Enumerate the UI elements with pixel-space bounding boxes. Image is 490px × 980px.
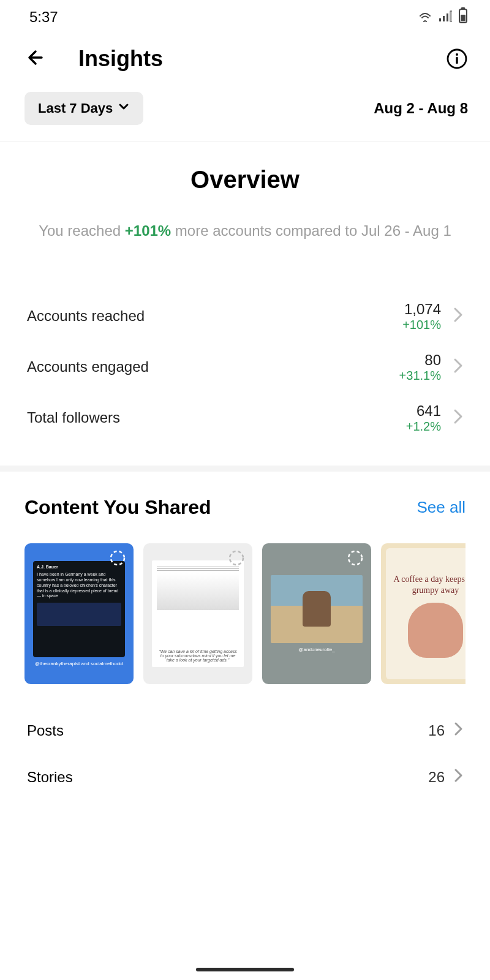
date-range-label: Aug 2 - Aug 8 [374, 100, 468, 117]
summary-post: more accounts compared to Jul 26 - Aug 1 [171, 222, 451, 239]
stat-values: 1,074 +101% [402, 301, 441, 332]
loading-spinner-icon [228, 549, 245, 569]
stat-label: Total followers [27, 409, 400, 426]
stat-value: 641 [406, 402, 441, 420]
thumb-cartoon: "We can save a lot of time getting acces… [152, 560, 244, 667]
date-filter-dropdown[interactable]: Last 7 Days [24, 92, 143, 125]
summary-pct: +101% [125, 222, 171, 239]
video-frame [271, 575, 363, 643]
info-button[interactable] [446, 48, 468, 70]
date-filter-label: Last 7 Days [38, 100, 113, 116]
row-count: 26 [428, 769, 445, 786]
stat-change: +31.1% [399, 369, 441, 383]
loading-spinner-icon [109, 549, 126, 569]
row-label: Posts [27, 722, 428, 739]
svg-rect-0 [439, 18, 441, 21]
content-thumbnail[interactable]: A coffee a day keeps the grumpy away [381, 543, 466, 684]
content-thumbnail[interactable]: @andoneurotie_ [262, 543, 371, 684]
svg-rect-1 [443, 16, 445, 21]
section-header: Content You Shared See all [24, 496, 466, 519]
stat-accounts-reached[interactable]: Accounts reached 1,074 +101% [24, 291, 466, 342]
content-thumbnail[interactable]: A.J. Bauer I have been in Germany a week… [24, 543, 134, 684]
svg-rect-3 [450, 11, 452, 21]
loading-spinner-icon [347, 549, 364, 569]
app-header: Insights [0, 32, 490, 86]
thumb-handle: @andoneurotie_ [298, 647, 334, 652]
thumb-tweet-card: A.J. Bauer I have been in Germany a week… [33, 561, 125, 658]
chevron-right-icon [452, 357, 463, 377]
status-time: 5:37 [29, 9, 58, 26]
stat-values: 641 +1.2% [406, 402, 441, 434]
status-right [418, 7, 468, 27]
svg-point-10 [111, 551, 124, 565]
svg-rect-2 [447, 13, 448, 21]
cell-signal-icon [439, 9, 452, 26]
svg-rect-5 [461, 7, 465, 9]
overview-title: Overview [24, 166, 466, 194]
stat-change: +1.2% [406, 420, 441, 434]
chevron-right-icon [452, 408, 463, 428]
stat-value: 1,074 [402, 301, 441, 318]
page-title: Insights [78, 46, 163, 72]
summary-pre: You reached [39, 222, 125, 239]
content-thumbnail[interactable]: "We can save a lot of time getting acces… [143, 543, 252, 684]
svg-rect-6 [461, 15, 466, 21]
content-thumbnails[interactable]: A.J. Bauer I have been in Germany a week… [24, 543, 466, 684]
tweet-text: I have been in Germany a week and someho… [37, 572, 121, 599]
row-count: 16 [428, 722, 445, 739]
row-label: Stories [27, 769, 428, 786]
content-row-posts[interactable]: Posts 16 [24, 707, 466, 754]
chevron-right-icon [453, 721, 463, 741]
chevron-right-icon [452, 306, 463, 326]
svg-point-12 [349, 551, 362, 565]
content-section: Content You Shared See all A.J. Bauer I … [0, 472, 490, 801]
content-title: Content You Shared [24, 496, 211, 519]
cartoon-caption: "We can save a lot of time getting acces… [157, 649, 239, 662]
cat-illustration [408, 603, 463, 658]
stat-change: +101% [402, 318, 441, 332]
svg-point-8 [456, 53, 458, 56]
chevron-down-icon [118, 100, 130, 116]
stat-label: Accounts reached [27, 307, 396, 325]
battery-icon [458, 7, 468, 27]
stat-label: Accounts engaged [27, 358, 393, 375]
home-indicator[interactable] [196, 968, 294, 971]
thumb-poem: A coffee a day keeps the grumpy away [391, 574, 466, 595]
thumb-caption: @thecrankytherapist and socialmethodct [35, 661, 124, 666]
overview-summary: You reached +101% more accounts compared… [24, 221, 466, 242]
wifi-icon [418, 9, 432, 26]
stat-total-followers[interactable]: Total followers 641 +1.2% [24, 393, 466, 443]
svg-point-11 [230, 551, 243, 565]
see-all-link[interactable]: See all [417, 498, 466, 517]
stat-values: 80 +31.1% [399, 352, 441, 383]
back-button[interactable] [24, 45, 49, 72]
chevron-right-icon [453, 767, 463, 787]
content-row-stories[interactable]: Stories 26 [24, 754, 466, 801]
stat-value: 80 [399, 352, 441, 369]
status-bar: 5:37 [0, 0, 490, 32]
overview-section: Overview You reached +101% more accounts… [0, 141, 490, 472]
svg-rect-9 [456, 57, 458, 64]
filter-row: Last 7 Days Aug 2 - Aug 8 [0, 86, 490, 141]
stat-accounts-engaged[interactable]: Accounts engaged 80 +31.1% [24, 342, 466, 393]
